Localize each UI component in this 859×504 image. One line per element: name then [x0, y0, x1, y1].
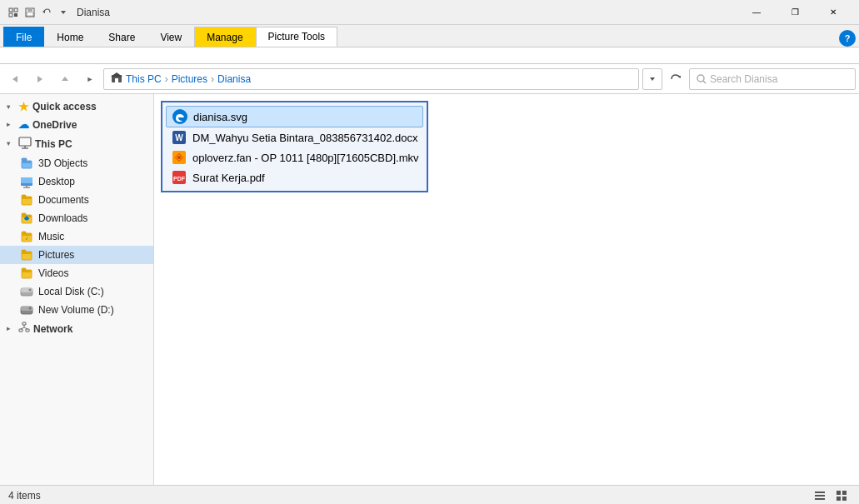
breadcrumb-pictures[interactable]: Pictures — [172, 73, 207, 85]
list-item[interactable]: PDF Surat Kerja.pdf — [166, 167, 423, 187]
sidebar-item-network[interactable]: ▸ Network — [0, 319, 153, 338]
documents-label: Documents — [38, 194, 89, 206]
sidebar-item-desktop[interactable]: Desktop — [0, 172, 153, 191]
list-item[interactable]: W DM_Wahyu Setia Bintara_083856731402.do… — [166, 127, 423, 147]
sidebar-item-thispc[interactable]: ▾ This PC — [0, 133, 153, 154]
up-button[interactable] — [53, 67, 77, 91]
nav-expand[interactable]: ► — [78, 67, 102, 91]
content-area[interactable]: dianisa.svg W DM_Wahyu Setia Bintara_083… — [154, 94, 859, 485]
sidebar-item-music[interactable]: ♪ Music — [0, 227, 153, 246]
svg-point-17 — [697, 75, 704, 82]
sidebar-item-pictures[interactable]: Pictures — [0, 246, 153, 264]
view-details-button[interactable] — [811, 488, 829, 503]
pictures-label: Pictures — [38, 249, 74, 261]
newvolumed-icon — [20, 303, 33, 317]
tab-share[interactable]: Share — [96, 27, 147, 47]
quickaccess-arrow: ▾ — [7, 103, 15, 111]
vlc-icon — [171, 149, 187, 166]
qat-save[interactable] — [23, 6, 37, 19]
file-name-suratkerja: Surat Kerja.pdf — [192, 172, 265, 184]
svg-rect-26 — [21, 177, 32, 183]
network-icon — [18, 322, 30, 336]
tab-home[interactable]: Home — [44, 27, 96, 47]
onedrive-label: OneDrive — [32, 119, 77, 131]
3dobjects-icon — [20, 157, 33, 170]
list-item[interactable]: oploverz.fan - OP 1011 [480p][71605CBD].… — [166, 147, 423, 167]
forward-button[interactable] — [28, 67, 52, 91]
svg-rect-70 — [815, 492, 825, 493]
tab-file[interactable]: File — [3, 27, 44, 47]
tab-view[interactable]: View — [147, 27, 194, 47]
svg-marker-7 — [42, 10, 45, 13]
maximize-button[interactable]: ❐ — [776, 0, 814, 25]
svg-rect-5 — [27, 8, 32, 12]
sidebar-item-localdiskc[interactable]: Local Disk (C:) — [0, 282, 153, 301]
qat-undo[interactable] — [40, 6, 53, 19]
music-icon: ♪ — [20, 230, 33, 243]
help-button[interactable]: ? — [839, 30, 856, 47]
status-right — [811, 488, 851, 503]
sidebar-item-downloads[interactable]: Downloads — [0, 209, 153, 227]
svg-rect-71 — [815, 495, 825, 497]
thispc-label: This PC — [35, 138, 72, 150]
videos-icon — [20, 267, 33, 280]
svg-text:♪: ♪ — [26, 236, 28, 241]
svg-marker-10 — [37, 76, 42, 82]
word-icon: W — [171, 129, 187, 146]
pc-icon — [18, 136, 32, 152]
svg-rect-39 — [22, 232, 26, 234]
minimize-button[interactable]: — — [737, 0, 776, 25]
close-button[interactable]: ✕ — [814, 0, 852, 25]
main-layout: ▾ ★ Quick access ▸ ☁ OneDrive ▾ This PC — [0, 94, 859, 485]
svg-rect-46 — [22, 268, 26, 271]
svg-rect-34 — [22, 213, 26, 216]
tab-manage[interactable]: Manage — [194, 27, 255, 47]
svg-marker-13 — [111, 72, 122, 77]
breadcrumb[interactable]: This PC › Pictures › Dianisa — [103, 68, 639, 90]
svg-rect-72 — [815, 498, 825, 500]
qat-icon-1 — [7, 6, 20, 19]
svg-rect-56 — [19, 329, 22, 332]
file-selection-box: dianisa.svg W DM_Wahyu Setia Bintara_083… — [161, 101, 428, 192]
sidebar-item-quickaccess[interactable]: ▾ ★ Quick access — [0, 97, 153, 116]
thispc-arrow: ▾ — [7, 140, 15, 147]
music-label: Music — [38, 231, 64, 242]
search-bar[interactable]: Search Dianisa — [689, 68, 856, 90]
sidebar-item-newvolumed[interactable]: New Volume (D:) — [0, 301, 153, 319]
breadcrumb-home-icon — [111, 72, 122, 86]
tab-picturetools[interactable]: Picture Tools — [256, 27, 337, 47]
star-icon: ★ — [18, 100, 29, 113]
svg-rect-74 — [842, 491, 847, 495]
sidebar-item-3dobjects[interactable]: 3D Objects — [0, 154, 153, 172]
qat-dropdown[interactable] — [57, 6, 70, 19]
sidebar-item-onedrive[interactable]: ▸ ☁ OneDrive — [0, 116, 153, 133]
documents-icon — [20, 193, 33, 207]
videos-label: Videos — [38, 267, 68, 279]
svg-rect-0 — [9, 8, 12, 12]
onedrive-arrow: ▸ — [7, 121, 15, 128]
svg-rect-2 — [9, 13, 12, 17]
svg-point-67 — [177, 156, 181, 159]
svg-point-53 — [29, 307, 32, 310]
breadcrumb-dianisa[interactable]: Dianisa — [217, 73, 251, 85]
list-item[interactable]: dianisa.svg — [166, 106, 423, 127]
quickaccess-label: Quick access — [32, 101, 97, 112]
svg-rect-50 — [22, 293, 26, 294]
sidebar-item-documents[interactable]: Documents — [0, 191, 153, 209]
view-largeicons-button[interactable] — [832, 488, 851, 503]
breadcrumb-thispc[interactable]: This PC — [126, 73, 162, 85]
cloud-icon: ☁ — [18, 118, 29, 131]
file-name-dianisa: dianisa.svg — [193, 111, 247, 123]
svg-text:PDF: PDF — [173, 176, 186, 182]
refresh-button[interactable] — [664, 68, 687, 90]
svg-rect-3 — [14, 13, 17, 17]
desktop-icon — [20, 175, 33, 188]
address-dropdown-button[interactable] — [642, 68, 662, 90]
back-button[interactable] — [3, 67, 27, 91]
sidebar-item-videos[interactable]: Videos — [0, 264, 153, 282]
window-controls: — ❐ ✕ — [737, 0, 852, 25]
desktop-label: Desktop — [38, 176, 75, 187]
network-label: Network — [33, 323, 72, 335]
svg-rect-43 — [22, 250, 26, 252]
svg-marker-9 — [12, 76, 17, 82]
